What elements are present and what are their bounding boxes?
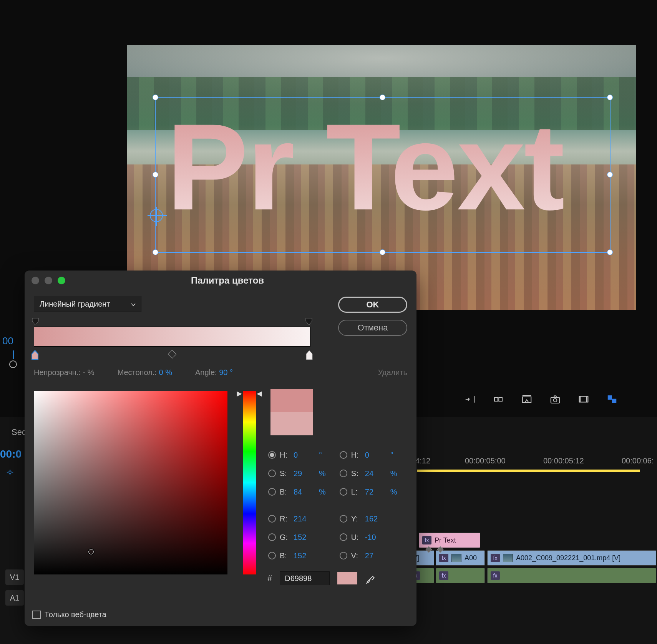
rgb-g[interactable]: 152: [294, 533, 315, 542]
web-colors-label: Только веб-цвета: [45, 610, 106, 619]
radio-v[interactable]: [340, 552, 347, 559]
close-window-icon[interactable]: [32, 277, 39, 284]
insert-icon[interactable]: [463, 393, 476, 405]
clip-title[interactable]: fx Pr Text: [419, 533, 480, 548]
fx-badge-icon[interactable]: fx: [422, 536, 431, 544]
clip-a1b[interactable]: fx: [436, 568, 485, 583]
current-color-swatch[interactable]: [270, 412, 313, 435]
clip-a1c[interactable]: fx: [487, 568, 656, 583]
resize-handle-tr[interactable]: [607, 95, 613, 100]
opacity-label: Непрозрачн.:: [34, 368, 81, 377]
radio-b[interactable]: [268, 488, 276, 496]
hsb-b[interactable]: 84: [294, 488, 315, 496]
window-controls: [32, 277, 65, 284]
fx-badge-icon[interactable]: fx: [439, 571, 448, 580]
svg-rect-0: [494, 397, 498, 401]
dialog-titlebar[interactable]: Палитра цветов: [25, 271, 416, 290]
radio-h[interactable]: [268, 451, 276, 459]
fx-badge-icon[interactable]: fx: [491, 554, 500, 562]
yuv-v[interactable]: 27: [365, 551, 387, 560]
track-header-v1[interactable]: V1: [5, 569, 24, 585]
yuv-y[interactable]: 162: [365, 515, 387, 523]
clip-label: A00: [465, 554, 477, 562]
left-timecode-fragment: 00: [2, 335, 13, 347]
resize-handle-tm[interactable]: [380, 95, 385, 100]
gradient-editor[interactable]: [34, 325, 310, 350]
radio-l[interactable]: [340, 488, 347, 496]
anchor-point-icon[interactable]: [150, 209, 163, 222]
radio-s2[interactable]: [340, 470, 347, 477]
cancel-button[interactable]: Отмена: [338, 320, 407, 336]
ruler-tick: 00:00:05:12: [543, 456, 584, 465]
rgb-b[interactable]: 152: [294, 551, 315, 560]
left-playhead-circle[interactable]: [9, 360, 17, 368]
clip-label: Pr Text: [435, 536, 456, 544]
resize-handle-tl[interactable]: [153, 95, 158, 100]
radio-r[interactable]: [268, 515, 276, 523]
ruler-tick: 00:00:06:: [622, 456, 654, 465]
picker-area: ▶ ◀ H:0° S:29% B:84% R:214 G:152 B:152 H…: [34, 391, 407, 583]
comparison-view-icon[interactable]: [606, 393, 619, 405]
hex-label: #: [267, 573, 272, 583]
clip-v1c[interactable]: fx A002_C009_092221_001.mp4 [V]: [487, 550, 656, 566]
web-colors-checkbox[interactable]: [32, 611, 41, 619]
fx-badge-icon[interactable]: fx: [439, 554, 448, 562]
saturation-value-field[interactable]: [34, 391, 227, 574]
gradient-type-select[interactable]: Линейный градиент: [34, 296, 141, 312]
hue-slider[interactable]: [243, 391, 256, 574]
radio-y[interactable]: [340, 515, 347, 523]
eyedropper-icon[interactable]: [365, 573, 377, 584]
export-frame-icon[interactable]: [520, 393, 533, 405]
title-text[interactable]: Pr Text: [166, 108, 610, 252]
filmstrip-icon[interactable]: [577, 393, 590, 405]
yuv-u[interactable]: -10: [365, 533, 387, 542]
angle-value[interactable]: 90 °: [219, 368, 233, 377]
color-stop-right-icon[interactable]: [305, 350, 314, 360]
clip-thumb-icon: [503, 554, 513, 562]
resize-handle-br[interactable]: [607, 249, 613, 255]
new-color-swatch[interactable]: [270, 389, 313, 412]
delete-stop-button[interactable]: Удалить: [378, 368, 407, 377]
text-bounding-box[interactable]: Pr Text: [155, 97, 611, 253]
hex-row: # D69898: [267, 571, 377, 585]
hsl-s[interactable]: 24: [365, 469, 387, 478]
radio-h2[interactable]: [340, 451, 347, 459]
hsb-h[interactable]: 0: [294, 451, 315, 460]
location-value[interactable]: 0 %: [159, 368, 172, 377]
clip-v1b[interactable]: fx A00: [436, 550, 485, 566]
radio-s[interactable]: [268, 470, 276, 477]
fx-badge-icon[interactable]: fx: [491, 571, 500, 580]
color-stop-left-icon[interactable]: [31, 350, 39, 360]
ruler-tick: 00:00:05:00: [465, 456, 506, 465]
resize-handle-ml[interactable]: [153, 172, 158, 178]
color-value-grid: H:0° S:29% B:84% R:214 G:152 B:152 H:0° …: [268, 448, 397, 562]
opacity-stop-left-icon[interactable]: [32, 318, 39, 325]
minimize-window-icon[interactable]: [45, 277, 52, 284]
overwrite-icon[interactable]: [492, 393, 505, 405]
track-header-a1[interactable]: A1: [5, 590, 24, 606]
hue-arrow-left-icon: ▶: [237, 389, 242, 398]
hsl-h[interactable]: 0: [365, 451, 387, 460]
radio-b2[interactable]: [268, 552, 276, 559]
resize-handle-mr[interactable]: [607, 172, 613, 178]
opacity-stop-right-icon[interactable]: [305, 318, 313, 325]
resize-handle-bl[interactable]: [153, 249, 158, 255]
resize-handle-bm[interactable]: [380, 249, 385, 255]
gradient-bar[interactable]: [34, 327, 310, 347]
web-colors-row: Только веб-цвета: [32, 610, 106, 619]
camera-icon[interactable]: [549, 393, 562, 405]
midpoint-handle-icon[interactable]: [168, 350, 177, 359]
rgb-r[interactable]: 214: [294, 515, 315, 523]
hsb-s[interactable]: 29: [294, 469, 315, 478]
hex-input[interactable]: D69898: [280, 571, 330, 585]
radio-g[interactable]: [268, 533, 276, 541]
sv-cursor-icon[interactable]: [88, 548, 95, 555]
gradient-type-value: Линейный градиент: [40, 300, 110, 309]
hsl-l[interactable]: 72: [365, 488, 387, 496]
timeline-toolbar: [463, 393, 619, 405]
radio-u[interactable]: [340, 533, 347, 541]
ok-button[interactable]: OK: [338, 297, 407, 313]
work-area-bar[interactable]: [417, 470, 640, 472]
color-picker-dialog: Палитра цветов OK Отмена Линейный градие…: [25, 271, 416, 626]
zoom-window-icon[interactable]: [58, 277, 65, 284]
